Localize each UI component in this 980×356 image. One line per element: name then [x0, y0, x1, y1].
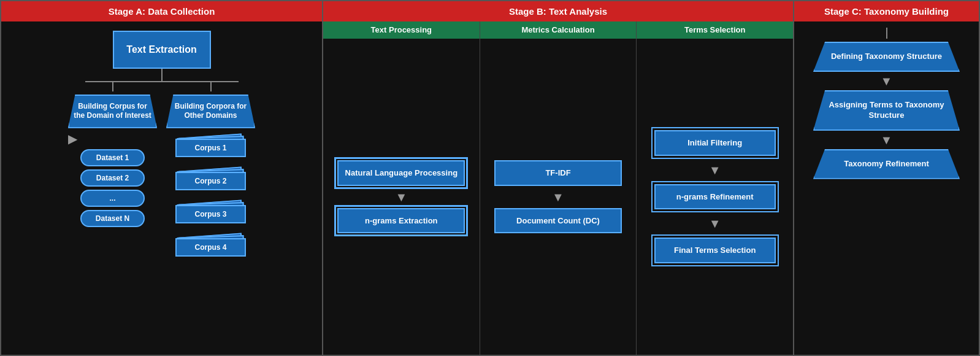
initial-filtering-wrapper: Initial Filtering — [651, 127, 779, 159]
dataset-1: Dataset 1 — [80, 149, 145, 166]
terms-selection-body: Initial Filtering ▼ n-grams Refinement ▼… — [637, 39, 793, 355]
corpus-3-front: Corpus 3 — [175, 205, 246, 223]
metrics-body: TF-IDF ▼ Document Count (DC) — [480, 39, 637, 355]
arr-down-c2: ▼ — [881, 134, 893, 146]
tfidf-node: TF-IDF — [494, 160, 622, 186]
corpus-2-stack: Corpus 2 — [175, 169, 246, 195]
metrics-header: Metrics Calculation — [480, 21, 637, 39]
vert-2 — [210, 82, 212, 91]
arrow-down-1 — [161, 69, 163, 81]
stage-c-header: Stage C: Taxonomy Building — [794, 1, 979, 21]
dataset-n: Dataset N — [80, 210, 145, 227]
defining-taxonomy-node: Defining Taxonomy Structure — [813, 42, 960, 72]
col-text-processing: Text Processing Natural Language Process… — [323, 21, 480, 355]
building-corpus-node: Building Corpus for the Domain of Intere… — [68, 95, 157, 128]
final-terms-wrapper: Final Terms Selection — [651, 234, 779, 266]
arr-down-tfidf: ▼ — [552, 191, 564, 203]
arr-down-if: ▼ — [709, 164, 721, 176]
col-metrics: Metrics Calculation TF-IDF ▼ Document Co… — [480, 21, 637, 355]
vert-c-top — [886, 28, 887, 39]
panel-b-body: Text Processing Natural Language Process… — [323, 21, 793, 355]
building-corpora-node: Building Corpora for Other Domains — [166, 95, 255, 128]
col-terms-selection: Terms Selection Initial Filtering ▼ n-gr… — [637, 21, 793, 355]
ngrams-extraction-node: n-grams Extraction — [337, 208, 465, 234]
ngrams-refinement-wrapper: n-grams Refinement — [651, 181, 779, 213]
ngrams-refinement-node: n-grams Refinement — [654, 184, 776, 210]
arrow-right-input: ▶ — [68, 133, 77, 145]
panel-stage-a: Stage A: Data Collection Text Extraction — [1, 1, 323, 355]
stage-a-header: Stage A: Data Collection — [1, 1, 322, 21]
initial-filtering-node: Initial Filtering — [654, 130, 776, 156]
terms-selection-header: Terms Selection — [637, 21, 793, 39]
dataset-ellipsis: ... — [80, 190, 145, 207]
doccount-node: Document Count (DC) — [494, 208, 622, 234]
panel-stage-c: Stage C: Taxonomy Building Defining Taxo… — [794, 1, 979, 355]
text-processing-header: Text Processing — [323, 21, 480, 39]
panel-c-body: Defining Taxonomy Structure ▼ Assigning … — [794, 21, 979, 355]
arr-down-ngr: ▼ — [709, 217, 721, 230]
corpus-1-stack: Corpus 1 — [175, 136, 246, 161]
corpus-1-front: Corpus 1 — [175, 139, 246, 157]
text-processing-body: Natural Language Processing ▼ n-grams Ex… — [323, 39, 480, 355]
corpus-4-stack: Corpus 4 — [175, 235, 246, 261]
vert-1 — [112, 82, 113, 91]
nlp-node: Natural Language Processing — [337, 160, 465, 186]
stage-b-header: Stage B: Text Analysis — [323, 1, 793, 21]
taxonomy-refinement-node: Taxonomy Refinement — [813, 149, 960, 179]
arr-down-nlp: ▼ — [395, 191, 407, 203]
dataset-2: Dataset 2 — [80, 169, 145, 187]
text-extraction-node: Text Extraction — [113, 31, 211, 69]
corpus-2-front: Corpus 2 — [175, 172, 246, 190]
corpus-4-front: Corpus 4 — [175, 238, 246, 257]
assigning-terms-node: Assigning Terms to Taxonomy Structure — [813, 90, 960, 131]
panel-a-body: Text Extraction Building Corpus for the … — [1, 21, 322, 355]
h-connector-1 — [85, 81, 239, 82]
corpus-3-stack: Corpus 3 — [175, 202, 246, 228]
main-layout: Stage A: Data Collection Text Extraction — [0, 0, 980, 356]
panel-stage-b: Stage B: Text Analysis Text Processing N… — [323, 1, 794, 355]
final-terms-node: Final Terms Selection — [654, 238, 776, 263]
arr-down-c1: ▼ — [881, 75, 893, 87]
